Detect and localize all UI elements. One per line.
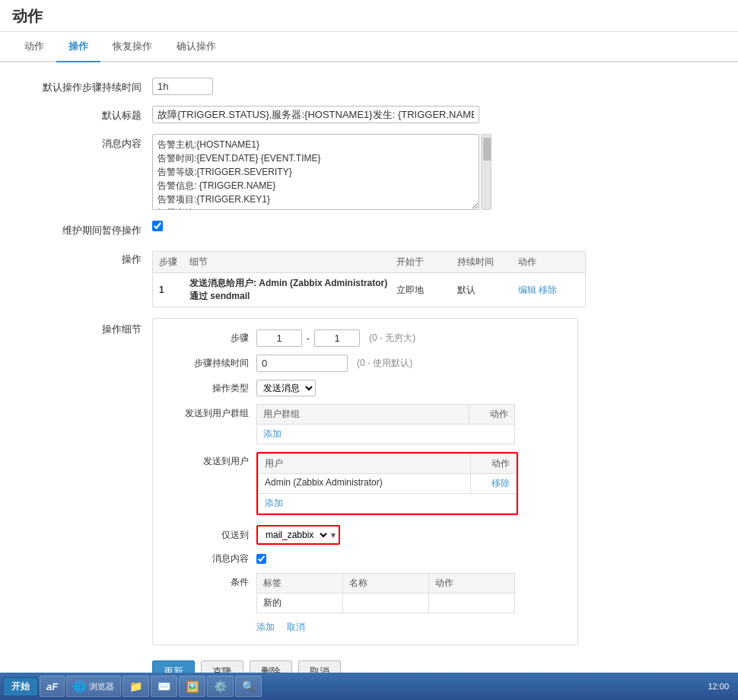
operations-label: 操作	[23, 248, 152, 266]
message-textarea[interactable]: 告警主机:{HOSTNAME1} 告警时间:{EVENT.DATE} {EVEN…	[152, 134, 479, 210]
tab-queren[interactable]: 确认操作	[164, 32, 228, 62]
send-user-label: 发送到用户	[165, 452, 256, 468]
main-content: 默认操作步骤持续时间 默认标题 消息内容 告警主机:{HOSTNAME1} 告警…	[0, 62, 738, 700]
col-detail-header: 细节	[189, 256, 396, 269]
duration-row: 步骤持续时间 (0 - 使用默认)	[165, 355, 565, 372]
op-detail-content: 步骤 - (0 - 无穷大) 步骤持续时间 (0 - 使用默认)	[152, 318, 715, 645]
col-action-header: 动作	[518, 256, 579, 269]
conditions-label: 条件	[165, 573, 256, 589]
col-step-header: 步骤	[159, 256, 189, 269]
step-separator: -	[307, 333, 310, 344]
send-only-label: 仅送到	[165, 529, 256, 542]
taskbar-item-mail[interactable]: ✉️	[151, 676, 177, 697]
default-duration-row: 默认操作步骤持续时间	[23, 78, 715, 95]
group-col-header: 用户群组	[257, 405, 469, 425]
default-duration-value	[152, 78, 715, 95]
cond-action-header: 动作	[429, 574, 515, 593]
send-only-row: 仅送到 mail_zabbix sendmail ▼	[165, 525, 565, 545]
scrollbar[interactable]	[481, 134, 491, 210]
taskbar-item-logo[interactable]: aF	[40, 676, 65, 697]
tab-dongzuo[interactable]: 动作	[12, 32, 56, 62]
send-only-select[interactable]: mail_zabbix sendmail	[259, 527, 329, 542]
operations-value: 步骤 细节 开始于 持续时间 动作 1 发送消息给用户: Admin (Zabb…	[152, 248, 715, 307]
tabs-bar: 动作 操作 恢复操作 确认操作	[0, 32, 738, 62]
user-action-cell: 移除	[471, 474, 517, 494]
default-subject-label: 默认标题	[23, 106, 152, 123]
start-label: 开始	[11, 681, 30, 692]
send-group-value: 用户群组 动作 添加	[256, 404, 565, 444]
default-subject-input[interactable]	[152, 106, 479, 123]
tab-huifu[interactable]: 恢复操作	[100, 32, 164, 62]
taskbar-item-settings[interactable]: ⚙️	[207, 676, 234, 697]
tray-time: 12:00	[708, 682, 729, 691]
step-row: 步骤 - (0 - 无穷大)	[165, 329, 565, 347]
browser-label: 浏览器	[89, 681, 114, 692]
message-content-label: 消息内容	[23, 134, 152, 151]
cond-tag-header: 标签	[257, 574, 343, 593]
message-content-value: 告警主机:{HOSTNAME1} 告警时间:{EVENT.DATE} {EVEN…	[152, 134, 715, 210]
step-label: 步骤	[165, 332, 256, 345]
cond-tag: 新的	[257, 593, 343, 613]
step-value: - (0 - 无穷大)	[256, 329, 415, 347]
default-duration-input[interactable]	[152, 78, 213, 95]
op-start: 立即地	[396, 284, 457, 297]
maintenance-checkbox[interactable]	[152, 221, 163, 231]
operation-row-1: 1 发送消息给用户: Admin (Zabbix Administrator) …	[153, 273, 585, 307]
op-type-select[interactable]: 发送消息	[256, 380, 316, 396]
msg-content-checkbox[interactable]	[256, 554, 266, 564]
edit-link[interactable]: 编辑	[518, 285, 536, 295]
scrollbar-thumb	[483, 138, 491, 161]
op-detail-section-row: 操作细节 步骤 - (0 - 无穷大) 步骤持续时间	[23, 318, 715, 645]
image-icon: 🖼️	[186, 680, 199, 692]
add-user-link[interactable]: 添加	[265, 498, 283, 508]
duration-hint: (0 - 使用默认)	[357, 357, 412, 370]
taskbar: 开始 aF 🌐 浏览器 📁 ✉️ 🖼️ ⚙️ 🔍 12:00	[0, 673, 738, 700]
conditions-value: 标签 名称 动作 新的	[256, 573, 565, 613]
send-only-value: mail_zabbix sendmail ▼	[256, 525, 340, 545]
group-action-header: 动作	[469, 405, 515, 425]
step-to-input[interactable]	[314, 329, 360, 347]
taskbar-item-browser[interactable]: 🌐 浏览器	[66, 676, 121, 697]
cond-action-cell	[429, 593, 515, 613]
tab-caozuo[interactable]: 操作	[56, 32, 100, 62]
remove-link[interactable]: 移除	[539, 285, 557, 295]
cancel-link[interactable]: 取消	[287, 621, 305, 634]
msg-content-label: 消息内容	[165, 552, 256, 565]
send-user-value: 用户 动作 Admin (Zabbix Administrator) 移除	[256, 452, 565, 517]
add-user-row: 添加	[259, 494, 517, 514]
cond-row-1: 新的	[257, 593, 515, 613]
add-cancel-row: 添加 取消	[165, 621, 565, 634]
op-duration: 默认	[457, 284, 518, 297]
op-type-label: 操作类型	[165, 382, 256, 395]
add-group-link[interactable]: 添加	[263, 428, 282, 439]
page-title: 动作	[12, 8, 43, 24]
start-button[interactable]: 开始	[3, 677, 38, 696]
taskbar-item-image[interactable]: 🖼️	[179, 676, 205, 697]
op-actions-cell: 编辑 移除	[518, 284, 579, 297]
maintenance-label: 维护期间暂停操作	[23, 221, 152, 237]
step-hint: (0 - 无穷大)	[369, 332, 415, 345]
op-detail-label: 操作细节	[23, 318, 152, 336]
tray: 12:00	[708, 682, 735, 691]
add-link[interactable]: 添加	[256, 621, 275, 634]
col-start-header: 开始于	[396, 256, 457, 269]
duration-input[interactable]	[256, 355, 348, 372]
search-icon: 🔍	[242, 680, 255, 692]
folder-icon: 📁	[129, 680, 142, 692]
page-header: 动作	[0, 0, 738, 32]
default-subject-row: 默认标题	[23, 106, 715, 123]
user-row-1: Admin (Zabbix Administrator) 移除	[259, 474, 517, 494]
msg-content-row: 消息内容	[165, 552, 565, 565]
op-type-row: 操作类型 发送消息	[165, 380, 565, 396]
taskbar-item-folder[interactable]: 📁	[122, 676, 149, 697]
op-detail-text: 发送消息给用户: Admin (Zabbix Administrator) 通过…	[189, 277, 396, 303]
send-group-row: 发送到用户群组 用户群组 动作	[165, 404, 565, 444]
maintenance-row: 维护期间暂停操作	[23, 221, 715, 237]
step-num: 1	[159, 285, 189, 295]
step-from-input[interactable]	[256, 329, 302, 347]
duration-value: (0 - 使用默认)	[256, 355, 412, 372]
taskbar-item-search[interactable]: 🔍	[235, 676, 262, 697]
settings-icon: ⚙️	[214, 680, 227, 692]
user-remove-link[interactable]: 移除	[491, 478, 510, 488]
operations-row: 操作 步骤 细节 开始于 持续时间 动作 1 发送消息给用户: Admin (Z…	[23, 248, 715, 307]
